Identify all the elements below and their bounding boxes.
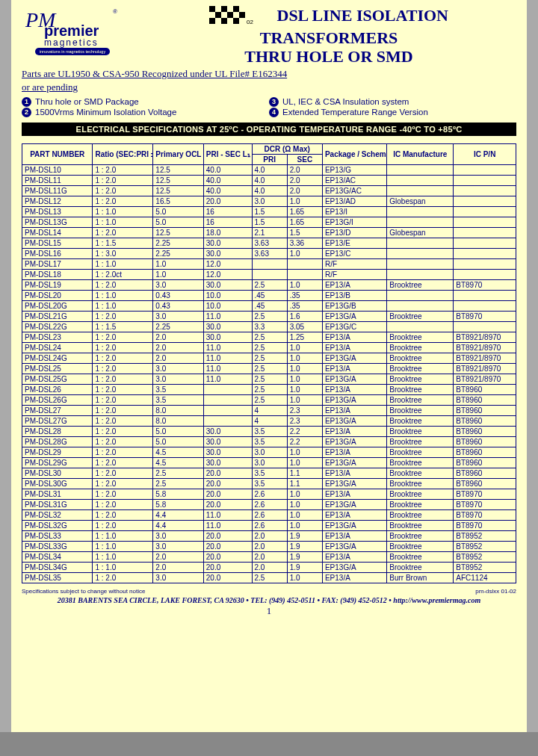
cell <box>287 269 322 279</box>
cell: EP13G/A <box>322 457 386 468</box>
cell: PM-DSL24 <box>22 342 93 353</box>
cell: 4.4 <box>153 520 203 530</box>
cell: PM-DSL30 <box>22 468 93 478</box>
cell: PM-DSL29 <box>22 447 93 457</box>
table-row: PM-DSL131 : 1.05.0161.51.65EP13/I <box>22 206 516 217</box>
cell: PM-DSL35 <box>22 572 93 583</box>
cell: 1.9 <box>287 530 322 541</box>
cell <box>454 196 516 206</box>
cell <box>203 394 252 405</box>
cell: EP13/A <box>322 279 386 290</box>
cell: 2.3 <box>287 415 322 426</box>
cell: 2.5 <box>252 572 287 583</box>
table-row: PM-DSL13G1 : 1.05.0161.51.65EP13G/I <box>22 217 516 227</box>
cell: EP13G/A <box>322 562 386 572</box>
cell: 2.0 <box>153 332 203 342</box>
cell: Brooktree <box>387 394 454 405</box>
cell: 40.0 <box>203 175 252 185</box>
cell: BT8921/8970 <box>454 342 516 353</box>
cell <box>454 258 516 269</box>
cell: 5.0 <box>153 426 203 436</box>
cell: BT8970 <box>454 520 516 530</box>
cell: 2.0 <box>287 164 322 175</box>
table-row: PM-DSL171 : 1.01.012.0R/F <box>22 258 516 269</box>
cell: 2.0 <box>153 342 203 353</box>
cell: 1 : 2.0 <box>93 279 153 290</box>
cell: 2.5 <box>252 332 287 342</box>
cell: Brooktree <box>387 530 454 541</box>
cell: 1.5 <box>252 217 287 227</box>
cell: 1 : 2.0 <box>93 185 153 196</box>
cell: BT8970 <box>454 499 516 509</box>
cell: Brooktree <box>387 279 454 290</box>
svg-rect-11 <box>239 12 245 18</box>
cell: 1.0 <box>153 258 203 269</box>
cell: R/F <box>322 269 386 279</box>
cell: Globespan <box>387 227 454 238</box>
cell: 1 : 2.0 <box>93 164 153 175</box>
cell: 1 : 2.0 <box>93 353 153 363</box>
table-row: PM-DSL311 : 2.05.820.02.61.0EP13/ABrookt… <box>22 489 516 499</box>
th-pn: IC P/N <box>454 143 516 164</box>
cell: BT8921/8970 <box>454 353 516 363</box>
table-row: PM-DSL22G1 : 1.52.2530.03.33.05EP13G/C <box>22 321 516 332</box>
cell: 1 : 1.0 <box>93 206 153 217</box>
cell: PM-DSL33G <box>22 541 93 551</box>
cell: 1.0 <box>287 499 322 509</box>
cell: 2.5 <box>252 374 287 384</box>
svg-rect-12 <box>209 18 215 24</box>
cell: 4 <box>252 415 287 426</box>
cell: .45 <box>252 300 287 311</box>
cell: PM-DSL25 <box>22 363 93 374</box>
th-ocl: Primary OCL (mH TYP.) <box>153 143 203 164</box>
cell: 1.0 <box>287 572 322 583</box>
cell: 3.0 <box>153 572 203 583</box>
cell: PM-DSL28 <box>22 426 93 436</box>
table-row: PM-DSL24G1 : 2.02.011.02.51.0EP13G/ABroo… <box>22 353 516 363</box>
cell: Brooktree <box>387 457 454 468</box>
cell: 1.1 <box>287 478 322 489</box>
cell: 2.0 <box>252 562 287 572</box>
logo-area: PM premier magnetics innovations in magn… <box>22 6 141 66</box>
cell: 30.0 <box>203 447 252 457</box>
table-row: PM-DSL31G1 : 2.05.820.02.61.0EP13G/ABroo… <box>22 499 516 509</box>
cell: PM-DSL34G <box>22 562 93 572</box>
bullet-num-4: 4 <box>269 108 279 117</box>
cell <box>203 415 252 426</box>
cell: PM-DSL29G <box>22 457 93 468</box>
cell: EP13/A <box>322 572 386 583</box>
cell: EP13/A <box>322 530 386 541</box>
th-part: PART NUMBER <box>22 143 93 164</box>
cell: 30.0 <box>203 332 252 342</box>
cell: Brooktree <box>387 363 454 374</box>
cell: 1 : 2.0 <box>93 468 153 478</box>
cell: BT8921/8970 <box>454 332 516 342</box>
cell: 1.0 <box>287 457 322 468</box>
th-dcr-sec: SEC <box>287 154 322 164</box>
cell: 20.0 <box>203 572 252 583</box>
cell: EP13G/A <box>322 311 386 321</box>
cell: 1.5 <box>287 227 322 238</box>
cell: 11.0 <box>203 363 252 374</box>
cell: 3.36 <box>287 238 322 248</box>
cell: 20.0 <box>203 530 252 541</box>
cell: 3.05 <box>287 321 322 332</box>
cell <box>454 206 516 217</box>
cell: EP13G/A <box>322 499 386 509</box>
cell: 3.5 <box>153 394 203 405</box>
cell: R/F <box>322 258 386 269</box>
cell: 12.5 <box>153 175 203 185</box>
cell: EP13/A <box>322 489 386 499</box>
table-row: PM-DSL271 : 2.08.042.3EP13/ABrooktreeBT8… <box>22 405 516 415</box>
table-row: PM-DSL101 : 2.012.540.04.02.0EP13/G <box>22 164 516 175</box>
cell: BT8960 <box>454 394 516 405</box>
cell: Brooktree <box>387 499 454 509</box>
table-row: PM-DSL261 : 2.03.52.51.0EP13/ABrooktreeB… <box>22 384 516 394</box>
cell: EP13/A <box>322 509 386 520</box>
cell: BT8952 <box>454 530 516 541</box>
cell: 1 : 1.5 <box>93 321 153 332</box>
cell: 10.0 <box>203 290 252 300</box>
th-ratio: Ratio (SEC:PRI ± 3%) <box>93 143 153 164</box>
cell: BT8970 <box>454 311 516 321</box>
cell: 2.0 <box>252 530 287 541</box>
